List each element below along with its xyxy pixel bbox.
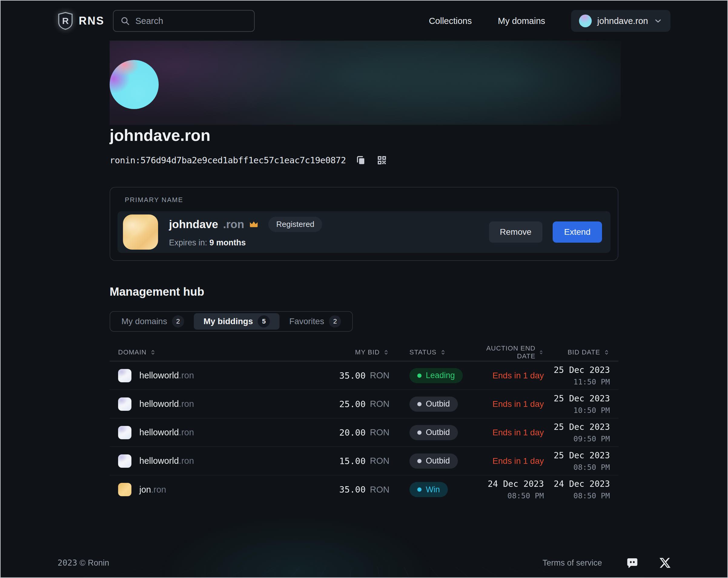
status-badge: Leading — [410, 368, 463, 383]
expires-line: Expires in: 9 months — [169, 238, 489, 248]
domain-avatar — [118, 369, 131, 382]
column-header-status[interactable]: STATUS — [389, 348, 479, 356]
discord-icon[interactable] — [626, 557, 639, 569]
domain-tld: .ron — [179, 371, 194, 380]
table-row[interactable]: jon.ron 35.00RON Win 24 Dec 202308:50 PM… — [110, 475, 618, 504]
bid-currency: RON — [370, 456, 389, 466]
expires-value: 9 months — [210, 238, 246, 247]
primary-name-card: PRIMARY NAME johndave.ron Registered Exp… — [110, 187, 618, 261]
domain-name: helloworld — [139, 371, 179, 380]
domain-tld: .ron — [179, 399, 194, 409]
account-menu-button[interactable]: johndave.ron — [571, 10, 671, 32]
bid-currency: RON — [370, 399, 389, 409]
bid-value: 35.00 — [339, 371, 365, 381]
status-badge: Outbid — [410, 397, 458, 412]
auction-end-countdown: Ends in 1 day — [492, 399, 544, 409]
auction-end-countdown: Ends in 1 day — [492, 428, 544, 437]
terms-of-service-link[interactable]: Terms of service — [542, 558, 602, 568]
tab-my-domains[interactable]: My domains 2 — [112, 313, 194, 330]
table-row[interactable]: helloworld.ron 35.00RON Leading Ends in … — [110, 361, 618, 390]
sort-arrows-icon — [150, 349, 156, 356]
wallet-address-row: ronin:576d94d7ba2e9ced1abff1ec57c1eac7c1… — [110, 154, 388, 167]
status-badge: Outbid — [410, 425, 458, 440]
column-header-domain[interactable]: DOMAIN — [118, 348, 289, 356]
bid-value: 15.00 — [339, 456, 365, 466]
logo-text: RNS — [79, 15, 104, 27]
tab-my-biddings[interactable]: My biddings 5 — [194, 313, 280, 330]
bid-date: 25 Dec 202308:50 PM — [554, 450, 610, 472]
table-header-row: DOMAIN MY BID STATUS AUCTION END DATE BI… — [110, 344, 618, 361]
domain-avatar — [118, 454, 131, 468]
domain-avatar — [118, 483, 131, 496]
column-header-auction-end-date[interactable]: AUCTION END DATE — [479, 345, 544, 360]
tab-count-badge: 2 — [329, 316, 341, 327]
bid-currency: RON — [370, 371, 389, 380]
search-box[interactable] — [113, 10, 255, 32]
sort-arrows-icon — [440, 349, 446, 356]
nav-link-my-domains[interactable]: My domains — [498, 16, 545, 26]
bid-date: 24 Dec 202308:50 PM — [554, 479, 610, 500]
tab-label: My biddings — [204, 317, 253, 326]
footer: 2023 © Ronin Terms of service — [57, 552, 671, 574]
shield-r-icon — [57, 12, 73, 30]
tab-count-badge: 2 — [172, 316, 184, 327]
domain-name: helloworld — [139, 427, 179, 437]
domain-avatar — [118, 398, 131, 411]
profile-banner — [110, 41, 621, 125]
auction-end-date: 24 Dec 202308:50 PM — [488, 479, 544, 500]
bid-date: 25 Dec 202309:50 PM — [554, 422, 610, 443]
top-navigation-bar: RNS Collections My domains johndave.ron — [0, 0, 728, 42]
table-row[interactable]: helloworld.ron 15.00RON Outbid Ends in 1… — [110, 447, 618, 475]
primary-name-row: johndave.ron Registered Expires in: 9 mo… — [118, 211, 610, 253]
rns-logo[interactable]: RNS — [57, 12, 104, 30]
expires-label: Expires in: — [169, 238, 207, 247]
account-avatar — [579, 15, 592, 27]
primary-name-section-label: PRIMARY NAME — [125, 196, 183, 204]
domain-name: helloworld — [139, 399, 179, 409]
primary-domain-name: johndave — [169, 218, 218, 231]
copyright-text: 2023 © Ronin — [57, 558, 109, 568]
domain-tld: .ron — [179, 427, 194, 437]
column-header-bid-date[interactable]: BID DATE — [544, 348, 610, 356]
rns-app: RNS Collections My domains johndave.ron … — [0, 0, 728, 578]
chevron-down-icon — [653, 16, 662, 25]
sort-arrows-icon — [603, 349, 610, 356]
primary-domain-avatar — [123, 215, 158, 250]
management-tabs: My domains 2 My biddings 5 Favorites 2 — [110, 311, 353, 332]
domain-name: helloworld — [139, 456, 179, 466]
primary-actions: Remove Extend — [489, 222, 602, 243]
search-input[interactable] — [135, 16, 250, 26]
crown-icon — [249, 220, 259, 229]
extend-button[interactable]: Extend — [553, 222, 602, 243]
bid-currency: RON — [370, 427, 389, 437]
footer-social-icons — [626, 557, 671, 569]
table-row[interactable]: helloworld.ron 20.00RON Outbid Ends in 1… — [110, 418, 618, 447]
status-dot — [417, 402, 421, 406]
auction-end-countdown: Ends in 1 day — [492, 371, 544, 380]
bid-date: 25 Dec 202310:50 PM — [554, 394, 610, 415]
tab-count-badge: 5 — [258, 316, 270, 327]
bid-value: 20.00 — [339, 427, 365, 438]
primary-domain-tld: .ron — [223, 218, 244, 231]
tab-favorites[interactable]: Favorites 2 — [280, 313, 351, 330]
sort-arrows-icon — [539, 349, 544, 356]
status-dot — [417, 430, 421, 435]
search-icon — [120, 16, 130, 26]
table-row[interactable]: helloworld.ron 25.00RON Outbid Ends in 1… — [110, 390, 618, 418]
status-dot — [417, 374, 421, 378]
domain-tld: .ron — [179, 456, 194, 466]
profile-name-title: johndave.ron — [110, 126, 210, 145]
status-badge: Outbid — [410, 453, 458, 469]
primary-domain-info: johndave.ron Registered Expires in: 9 mo… — [169, 217, 489, 248]
bid-value: 25.00 — [339, 399, 365, 409]
bid-date: 25 Dec 202311:50 PM — [554, 365, 610, 386]
remove-button[interactable]: Remove — [489, 222, 542, 243]
x-logo-icon[interactable] — [659, 557, 671, 569]
domain-avatar — [118, 426, 131, 439]
copy-icon[interactable] — [354, 154, 367, 167]
column-header-my-bid[interactable]: MY BID — [289, 348, 389, 356]
tab-label: Favorites — [289, 317, 324, 326]
nav-link-collections[interactable]: Collections — [429, 16, 472, 26]
auction-end-countdown: Ends in 1 day — [492, 456, 544, 466]
qr-code-icon[interactable] — [375, 154, 388, 167]
